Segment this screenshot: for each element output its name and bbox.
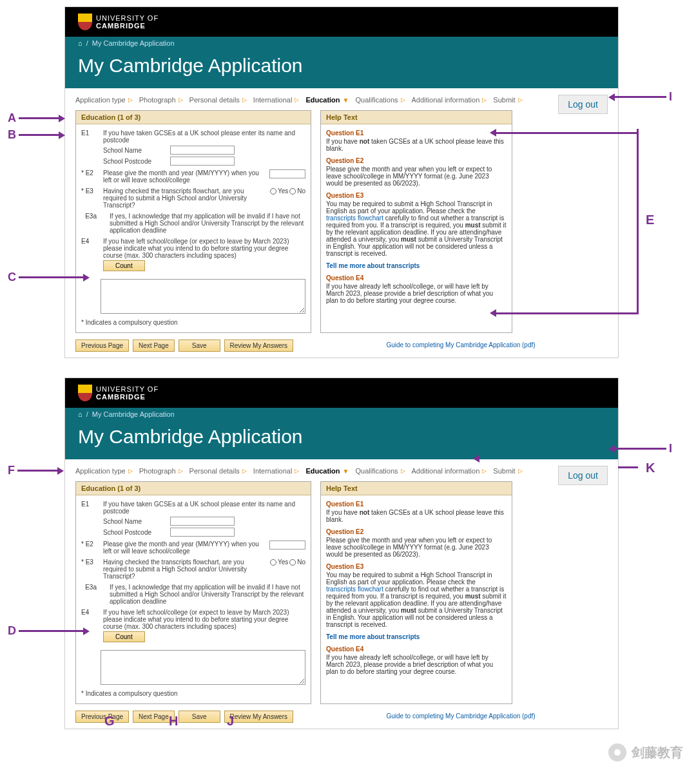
progress-nav: Application type▷ Photograph▷ Personal d… [75,467,608,475]
anno-K-label: K [643,461,657,475]
topbar: UNIVERSITY OFCAMBRIDGE [65,7,618,37]
nav-photograph[interactable]: Photograph▷ [139,96,183,104]
anno-I-1: I [608,90,675,104]
logout-button[interactable]: Log out [558,466,608,485]
save-button[interactable]: Save [179,339,220,352]
progress-nav: Application type▷ Photograph▷ Personal d… [75,96,608,104]
transcripts-flowchart-link[interactable]: transcripts flowchart [326,586,383,593]
watermark: 剑藤教育 [608,743,683,761]
shield-icon [78,14,92,30]
breadcrumb-current[interactable]: My Cambridge Application [92,410,175,418]
save-button[interactable]: Save [179,711,220,723]
nav-personal-details[interactable]: Personal details▷ [189,96,247,104]
shield-icon [78,385,92,401]
university-logo: UNIVERSITY OFCAMBRIDGE [78,14,159,30]
nav-personal-details[interactable]: Personal details▷ [189,467,247,475]
school-postcode-input[interactable] [170,157,235,166]
wechat-icon [608,743,626,761]
nav-qualifications[interactable]: Qualifications▷ [355,467,405,475]
tell-me-more-link[interactable]: Tell me more about transcripts [326,262,420,269]
nav-additional-info[interactable]: Additional information▷ [412,96,487,104]
guide-pdf-link[interactable]: Guide to completing My Cambridge Applica… [386,341,535,349]
anno-E-top [490,129,638,137]
plans-textarea[interactable] [101,650,305,685]
radio-no[interactable] [289,559,296,566]
anno-G-label: G [102,714,117,729]
logout-button[interactable]: Log out [558,95,608,114]
transcripts-flowchart-link[interactable]: transcripts flowchart [326,215,383,222]
anno-F: F [5,464,64,477]
anno-J-label: J [224,714,237,729]
page-title-bar: My Cambridge Application [65,421,618,459]
school-name-input[interactable] [170,146,235,155]
count-button[interactable]: Count [103,631,145,642]
anno-E-vline [637,129,639,314]
anno-H-label: H [166,714,180,729]
anno-E-bottom [490,309,638,317]
breadcrumb: ⌂ / My Cambridge Application [65,37,618,50]
breadcrumb-current[interactable]: My Cambridge Application [92,39,175,47]
compulsory-note: * Indicates a compulsory question [81,319,305,326]
nav-application-type[interactable]: Application type▷ [75,467,133,475]
review-answers-button[interactable]: Review My Answers [224,339,293,352]
nav-international[interactable]: International▷ [253,96,300,104]
form-panel-header: Education (1 of 3) [76,482,311,495]
school-postcode-input[interactable] [170,528,235,537]
plans-textarea[interactable] [101,279,305,314]
anno-C: C [5,271,90,284]
home-icon[interactable]: ⌂ [78,410,82,418]
transcript-required-radios[interactable]: Yes No [270,559,305,566]
home-icon[interactable]: ⌂ [78,39,82,47]
anno-I-2: I [608,442,675,455]
tell-me-more-link[interactable]: Tell me more about transcripts [326,633,420,640]
guide-pdf-link[interactable]: Guide to completing My Cambridge Applica… [386,712,535,720]
radio-yes[interactable] [270,188,276,195]
education-form-panel: Education (1 of 3) E1 If you have taken … [75,481,311,704]
nav-photograph[interactable]: Photograph▷ [139,467,183,475]
page-title-bar: My Cambridge Application [65,50,618,88]
school-name-input[interactable] [170,517,235,526]
count-button[interactable]: Count [103,260,145,271]
anno-K-line [473,464,479,472]
education-form-panel: Education (1 of 3) E1 If you have taken … [75,110,311,333]
help-panel-header: Help Text [321,111,512,124]
compulsory-note: * Indicates a compulsory question [81,690,305,697]
nav-education[interactable]: Education▼ [305,96,349,104]
leave-date-input[interactable] [269,169,305,178]
topbar: UNIVERSITY OFCAMBRIDGE [65,378,618,408]
page-title: My Cambridge Application [78,426,605,448]
help-panel-header: Help Text [321,482,512,495]
app-window-1: UNIVERSITY OFCAMBRIDGE ⌂ / My Cambridge … [64,6,619,358]
anno-A: A [5,111,65,125]
nav-qualifications[interactable]: Qualifications▷ [355,96,405,104]
page-title: My Cambridge Application [78,55,605,77]
breadcrumb: ⌂ / My Cambridge Application [65,408,618,421]
next-page-button[interactable]: Next Page [133,339,175,352]
nav-international[interactable]: International▷ [253,467,300,475]
radio-yes[interactable] [270,559,276,566]
help-panel: Help Text Question E1 If you have not ta… [320,481,512,704]
nav-application-type[interactable]: Application type▷ [75,96,133,104]
form-panel-header: Education (1 of 3) [76,111,311,124]
radio-no[interactable] [289,188,296,195]
anno-D: D [5,624,90,638]
help-panel: Help Text Question E1 If you have not ta… [320,110,512,333]
nav-submit[interactable]: Submit▷ [493,467,522,475]
app-window-2: UNIVERSITY OFCAMBRIDGE ⌂ / My Cambridge … [64,378,619,729]
university-logo: UNIVERSITY OFCAMBRIDGE [78,385,159,401]
leave-date-input[interactable] [269,540,305,550]
nav-submit[interactable]: Submit▷ [493,96,522,104]
transcript-required-radios[interactable]: Yes No [270,187,305,195]
anno-B: B [5,128,65,142]
previous-page-button[interactable]: Previous Page [75,339,129,352]
anno-E-label: E [643,213,657,227]
nav-education[interactable]: Education▼ [305,467,349,475]
